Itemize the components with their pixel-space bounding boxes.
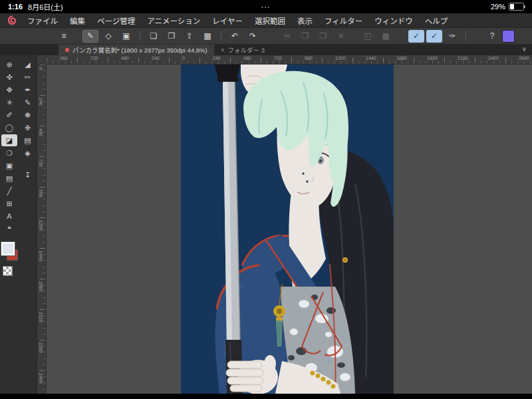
ruler-label: 960 <box>60 56 68 61</box>
eye-pupil <box>319 160 322 162</box>
ruler-label: 720 <box>90 56 98 61</box>
clip-studio-logo-icon[interactable] <box>7 15 17 26</box>
ruler-label: 1200 <box>335 56 346 61</box>
menu-item-page-management[interactable]: ページ管理 <box>91 15 141 26</box>
menu-item-view[interactable]: 表示 <box>291 15 319 26</box>
ruler-label: 1440 <box>39 251 43 261</box>
gallery-button[interactable]: ▦ <box>200 30 215 43</box>
gradient-tool[interactable]: ▤ <box>1 172 17 184</box>
share-button[interactable]: ⇪ <box>182 30 198 43</box>
battery-icon <box>509 3 524 11</box>
status-time: 1:16 <box>8 3 23 11</box>
artwork-illustration <box>181 65 394 394</box>
balloon-tool[interactable]: ❝ <box>1 223 17 235</box>
airbrush-tool[interactable]: ❋ <box>20 109 36 121</box>
ruler-label: 240 <box>39 98 43 106</box>
battery-percent: 29% <box>491 3 505 11</box>
open-file-button[interactable]: ❐ <box>164 30 180 43</box>
frame-border-tool[interactable]: ⊞ <box>1 198 17 209</box>
pen-tool[interactable]: ✒ <box>20 84 36 96</box>
clip-studio-paint-window: 1:16 8月6日(土) ••• 29% ファイル編集ページ管理アニメーションレ… <box>0 0 532 399</box>
ruler-label: 240 <box>213 56 221 61</box>
ruler-label: 2640 <box>519 56 529 61</box>
ruler-vertical: 0240480720960120014401680192021602400 <box>37 65 47 399</box>
paste-button[interactable]: ❒ <box>315 30 331 43</box>
cut-button[interactable]: ✂ <box>279 30 295 43</box>
pencil-tool[interactable]: ✏ <box>20 71 36 83</box>
hand-tool[interactable]: ✜ <box>1 71 17 83</box>
ruler-label: 480 <box>39 128 43 136</box>
brush-tool[interactable]: ✎ <box>20 96 36 108</box>
main-menu-button[interactable]: ≡ <box>56 30 72 43</box>
main-color-swatch[interactable] <box>1 242 15 255</box>
toolbar-separator <box>140 31 140 41</box>
tab-collapse-chevron-icon[interactable]: ∨ <box>522 45 527 53</box>
canvas-document[interactable] <box>181 65 394 394</box>
material-panel-toggle[interactable]: ◈ <box>20 147 36 159</box>
hand-fingers <box>226 361 263 392</box>
ruler-label: 0 <box>39 67 43 70</box>
snap-to-ruler-button[interactable]: ✓ <box>408 30 424 43</box>
menu-item-layer[interactable]: レイヤー <box>206 15 249 26</box>
layer-panel-toggle[interactable]: ▤ <box>20 134 36 146</box>
tassel-cap <box>276 317 283 321</box>
ruler-label: 960 <box>39 190 43 198</box>
transform-button[interactable]: ◰ <box>360 30 376 43</box>
tab-close-icon[interactable]: × <box>221 47 225 54</box>
ruler-label: 2400 <box>488 56 499 61</box>
sub-view-color-button[interactable] <box>502 30 515 43</box>
ruler-label: 2400 <box>39 373 43 384</box>
document-tab-document[interactable]: パンカラ賞名刺* (1800 x 2977px 350dpi 44.8%) <box>59 45 214 55</box>
eraser-tool[interactable]: ◪ <box>1 134 17 146</box>
snap-to-special-ruler-button[interactable]: ✓ <box>426 30 442 43</box>
menu-item-selection[interactable]: 選択範囲 <box>249 15 291 26</box>
ruler-label: 240 <box>152 56 160 61</box>
fill-tool[interactable]: ▣ <box>1 160 17 172</box>
figure-tool[interactable]: ╱ <box>1 185 17 197</box>
tool-property-button[interactable]: ◇ <box>100 30 116 43</box>
delete-button[interactable]: ✕ <box>333 30 349 43</box>
document-tab-bar: パンカラ賞名刺* (1800 x 2977px 350dpi 44.8%)×フォ… <box>0 45 532 55</box>
text-tool[interactable]: A <box>1 210 17 222</box>
copy-button[interactable]: ❐ <box>297 30 313 43</box>
operation-tool[interactable]: ✐ <box>1 109 17 121</box>
ruler-label: 1680 <box>396 56 407 61</box>
transparent-color-swatch[interactable] <box>3 266 13 276</box>
ruler-label: 960 <box>305 56 313 61</box>
ruler-label: 1200 <box>39 220 43 231</box>
menu-item-window[interactable]: ウィンドウ <box>368 15 419 26</box>
ruler-label: 720 <box>274 56 282 61</box>
decoration-tool[interactable]: ❉ <box>20 122 36 134</box>
document-tab-folder-3[interactable]: ×フォルダー 3 <box>214 45 271 55</box>
download-tray-button[interactable]: ↧ <box>20 169 36 181</box>
canvas-settings-button[interactable]: ❏ <box>146 30 162 43</box>
blend-tool[interactable]: ❍ <box>1 147 17 159</box>
menu-item-filter[interactable]: フィルター <box>319 15 368 26</box>
ruler-ticks <box>43 65 46 399</box>
command-bar: ≡✎◇▣❏❐⇪▦↶↷✂❐❒✕◰▦✓✓✑? <box>0 28 532 45</box>
color-swatch-area <box>0 241 19 278</box>
menu-item-help[interactable]: ヘルプ <box>419 15 454 26</box>
canvas-viewport[interactable] <box>47 65 532 399</box>
redo-button[interactable]: ↷ <box>245 30 261 43</box>
ruler-label: 1440 <box>366 56 376 61</box>
zoom-tool[interactable]: ⊕ <box>1 59 17 70</box>
kneaded-eraser-tool[interactable]: ◢ <box>20 59 36 70</box>
brush-tool-shortcut-button[interactable]: ✎ <box>82 30 98 43</box>
home-indicator-strip <box>0 394 532 399</box>
ruler-corner <box>37 55 47 65</box>
tab-title: フォルダー 3 <box>228 45 265 55</box>
lasso-tool[interactable]: ◯ <box>1 122 17 134</box>
stroke-correction-button[interactable]: ✑ <box>444 30 460 43</box>
undo-button[interactable]: ↶ <box>227 30 243 43</box>
reference-button[interactable]: ▣ <box>118 30 134 43</box>
menu-bar: ファイル編集ページ管理アニメーションレイヤー選択範囲表示フィルターウィンドウヘル… <box>0 13 532 28</box>
move-tool[interactable]: ✥ <box>1 84 17 96</box>
menu-item-file[interactable]: ファイル <box>21 15 64 26</box>
menu-item-animation[interactable]: アニメーション <box>141 15 206 26</box>
rotate-view-tool[interactable]: ✳ <box>1 96 17 108</box>
help-button[interactable]: ? <box>484 30 500 43</box>
mesh-transform-button[interactable]: ▦ <box>378 30 394 43</box>
menu-item-edit[interactable]: 編集 <box>64 15 91 26</box>
modified-dot <box>65 48 69 52</box>
